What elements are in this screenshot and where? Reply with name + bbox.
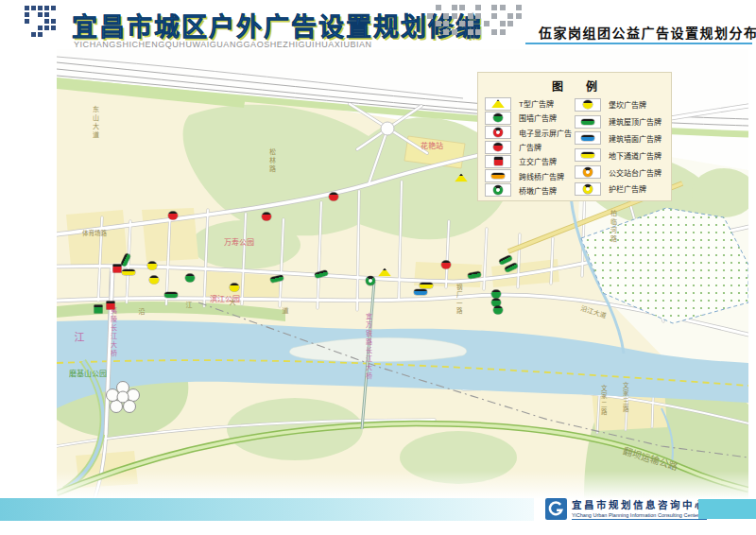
- legend-item: 围墙广告牌: [485, 111, 575, 125]
- legend-item: 广告牌: [485, 140, 575, 154]
- legend-item: 跨线桥广告牌: [485, 168, 575, 182]
- legend-item-label: 立交广告牌: [519, 156, 557, 166]
- map-label: 文家三路: [622, 382, 628, 414]
- legend-item: 地下通道广告牌: [575, 147, 664, 164]
- legend-column-2: 堡坎广告牌建筑屋顶广告牌建筑墙面广告牌地下通道广告牌公交站台广告牌护栏广告牌: [575, 96, 664, 198]
- billboard-marker-bar-yellow: [122, 269, 135, 275]
- legend-icon-box: [485, 112, 511, 125]
- map-label: 体育场路: [82, 231, 107, 237]
- legend-icon-box: [485, 183, 511, 197]
- billboard-marker-cube-red: [113, 265, 122, 273]
- ring-green-icon: [493, 185, 503, 195]
- billboard-marker-bar-blue: [414, 289, 427, 295]
- billboard-marker-bar-green: [164, 292, 178, 298]
- bar-green-icon: [581, 119, 594, 125]
- billboard-marker-cube-red: [107, 302, 115, 310]
- legend-icon-box: [575, 165, 601, 179]
- map-legend: 图 例 T型广告牌围墙广告牌电子显示屏广告广告牌立交广告牌跨线桥广告牌桥墩广告牌…: [477, 72, 672, 201]
- legend-item-label: 电子显示屏广告: [519, 128, 572, 138]
- billboard-marker-cube-green: [94, 305, 103, 314]
- plan-sheet: 宜昌市城区户外广告设置规划修编 YICHANGSHICHENGQUHUWAIGU…: [0, 0, 756, 535]
- billboard-marker-sphere-red: [441, 261, 451, 269]
- legend-icon-box: [575, 182, 601, 196]
- billboard-marker-bar-yellow: [420, 283, 433, 288]
- map-label: 松林路: [269, 148, 276, 174]
- legend-item: 护栏广告牌: [575, 181, 664, 198]
- map-label: 磨基山公园: [69, 371, 107, 378]
- map-label: 江: [186, 302, 193, 308]
- legend-icon-box: [485, 97, 511, 111]
- billboard-marker-sphere-yellow: [230, 284, 239, 292]
- org-logo-block: 宜昌市规划信息咨询中心 YiChang Urban Planning Infor…: [545, 497, 707, 520]
- legend-icon-box: [485, 141, 511, 154]
- legend-item-label: 建筑屋顶广告牌: [609, 116, 662, 127]
- billboard-marker-sphere-green: [185, 274, 195, 283]
- legend-icon-box: [575, 98, 601, 112]
- legend-column-1: T型广告牌围墙广告牌电子显示屏广告广告牌立交广告牌跨线桥广告牌桥墩广告牌: [485, 96, 575, 198]
- footer-gradient-bar: [0, 498, 534, 521]
- map-label: 柏临河路: [610, 210, 617, 244]
- billboard-marker-sphere-green: [491, 290, 501, 299]
- map-label: 文家二路: [600, 385, 607, 417]
- legend-item: T型广告牌: [485, 96, 575, 111]
- legend-item-label: 堡坎广告牌: [609, 99, 646, 110]
- bar-blue-icon: [581, 135, 594, 141]
- legend-item: 立交广告牌: [485, 154, 575, 168]
- map-label: 花艳站: [421, 143, 443, 150]
- sphere-red-icon: [493, 143, 503, 151]
- billboard-marker-sphere-yellow: [149, 276, 159, 285]
- map-label: 东山大道: [93, 106, 99, 140]
- map-label: 宜万铁路长江大桥: [366, 313, 372, 381]
- legend-icon-box: [575, 115, 601, 129]
- legend-icon-box: [485, 126, 511, 139]
- map-label: 夷陵长江大桥: [111, 307, 117, 358]
- legend-item: 公交站台广告牌: [575, 164, 664, 181]
- billboard-marker-ring-green: [366, 276, 375, 285]
- legend-item: 堡坎广告牌: [575, 96, 664, 113]
- billboard-marker-sphere-red: [262, 213, 271, 221]
- billboard-marker-sphere-red: [168, 212, 178, 220]
- map-label: 沿: [139, 308, 146, 315]
- legend-item-label: 桥墩广告牌: [519, 185, 557, 196]
- legend-item-label: T型广告牌: [519, 98, 554, 109]
- legend-item-label: 建筑墙面广告牌: [609, 133, 662, 144]
- footer-accent-block: [698, 499, 756, 519]
- sphere-green-icon: [493, 113, 503, 122]
- legend-item-label: 地下通道广告牌: [609, 150, 662, 161]
- ring-red-icon: [493, 128, 503, 137]
- billboard-marker-sphere-green: [493, 306, 503, 315]
- legend-item-label: 跨线桥广告牌: [519, 171, 564, 181]
- legend-item-label: 公交站台广告牌: [609, 167, 662, 178]
- map-label: 钢厂一路: [455, 284, 462, 316]
- org-name-en: YiChang Urban Planning Information Consu…: [572, 512, 707, 518]
- cube-red-icon: [494, 157, 503, 165]
- legend-icon-box: [575, 131, 601, 145]
- org-logo-icon: [545, 498, 567, 520]
- legend-item: 电子显示屏广告: [485, 126, 575, 140]
- map-label: 大: [230, 299, 236, 305]
- legend-icon-box: [485, 169, 511, 182]
- map-label: 江: [75, 333, 85, 343]
- bar-orange-icon: [491, 173, 505, 179]
- map-canvas: 花艳站万寿公园滨江公园磨基山公园江夷陵长江大桥宜万铁路长江大桥翻坝运输公路沿江大…: [0, 0, 756, 535]
- ring-orange-icon: [583, 167, 593, 177]
- legend-item: 建筑墙面广告牌: [575, 130, 664, 147]
- ring-yellow-icon: [583, 184, 593, 194]
- triangle-yellow-icon: [491, 99, 505, 108]
- legend-item: 建筑屋顶广告牌: [575, 113, 664, 130]
- billboard-marker-sphere-red: [329, 193, 338, 201]
- legend-icon-box: [575, 148, 601, 162]
- legend-title: 图 例: [485, 78, 664, 94]
- map-label: 道: [283, 307, 289, 314]
- legend-item-label: 护栏广告牌: [609, 183, 646, 194]
- bar-yellow-icon: [581, 152, 594, 158]
- legend-icon-box: [485, 155, 511, 168]
- org-name-cn: 宜昌市规划信息咨询中心: [572, 497, 707, 511]
- map-label: 万寿公园: [224, 239, 254, 247]
- billboard-marker-sphere-yellow: [147, 262, 157, 270]
- sphere-yellow-icon: [583, 100, 593, 109]
- legend-item: 桥墩广告牌: [485, 183, 575, 198]
- legend-item-label: 围墙广告牌: [519, 112, 557, 123]
- legend-item-label: 广告牌: [519, 142, 541, 152]
